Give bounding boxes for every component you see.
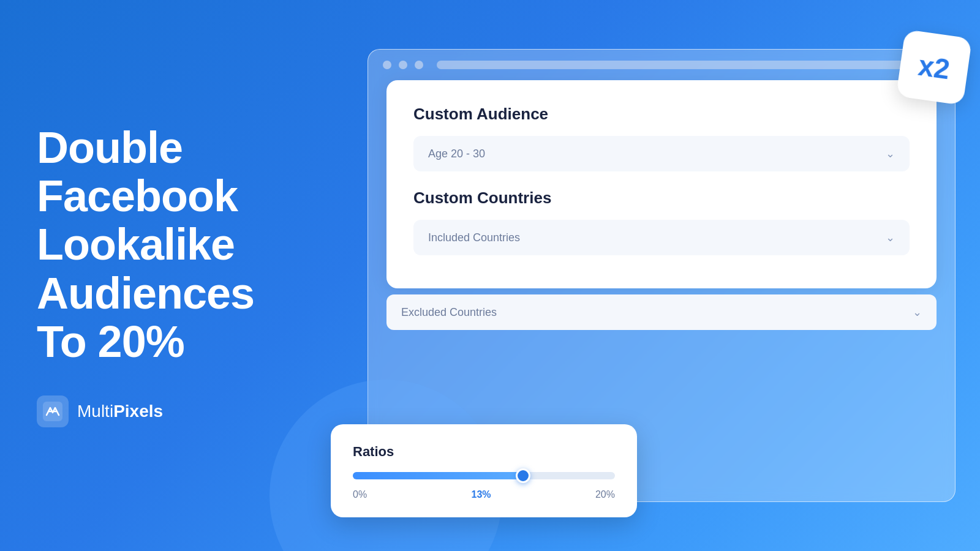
left-section: DoubleFacebookLookalikeAudiencesTo 20% M… — [0, 75, 318, 476]
included-countries-chevron: ⌄ — [886, 231, 895, 244]
slider-labels: 0% 13% 20% — [353, 489, 615, 500]
browser-dot-2 — [399, 61, 407, 69]
included-countries-label: Included Countries — [428, 231, 520, 244]
slider-max-label: 20% — [595, 489, 615, 500]
browser-dot-3 — [415, 61, 423, 69]
brand: MultiPixels — [37, 395, 282, 427]
custom-audience-title: Custom Audience — [413, 105, 910, 124]
browser-dot-1 — [383, 61, 391, 69]
headline: DoubleFacebookLookalikeAudiencesTo 20% — [37, 124, 282, 366]
content-card: Custom Audience Age 20 - 30 ⌄ Custom Cou… — [386, 80, 937, 288]
brand-logo-icon — [43, 402, 62, 421]
x2-badge: x2 — [896, 29, 972, 105]
slider-fill — [353, 472, 523, 479]
excluded-countries-dropdown[interactable]: Excluded Countries ⌄ — [386, 294, 937, 330]
age-dropdown[interactable]: Age 20 - 30 ⌄ — [413, 136, 910, 171]
brand-name-text: MultiPixels — [77, 402, 163, 421]
excluded-countries-label: Excluded Countries — [401, 306, 497, 319]
right-section: Custom Audience Age 20 - 30 ⌄ Custom Cou… — [318, 0, 980, 551]
brand-logo — [37, 395, 69, 427]
slider-min-label: 0% — [353, 489, 367, 500]
ratios-card: Ratios 0% 13% 20% — [331, 424, 637, 517]
ratios-slider-container[interactable] — [353, 472, 615, 479]
custom-countries-title: Custom Countries — [413, 189, 910, 208]
excluded-countries-chevron: ⌄ — [913, 305, 922, 319]
included-countries-dropdown[interactable]: Included Countries ⌄ — [413, 220, 910, 255]
slider-thumb[interactable] — [516, 468, 530, 483]
x2-text: x2 — [916, 49, 952, 86]
browser-bar — [368, 50, 955, 80]
partially-visible-section: Excluded Countries ⌄ — [386, 294, 937, 330]
browser-url-bar — [437, 61, 940, 69]
ratios-title: Ratios — [353, 444, 615, 460]
age-dropdown-value: Age 20 - 30 — [428, 148, 485, 160]
slider-current-label: 13% — [472, 489, 491, 500]
age-dropdown-chevron: ⌄ — [886, 147, 895, 160]
slider-track — [353, 472, 615, 479]
